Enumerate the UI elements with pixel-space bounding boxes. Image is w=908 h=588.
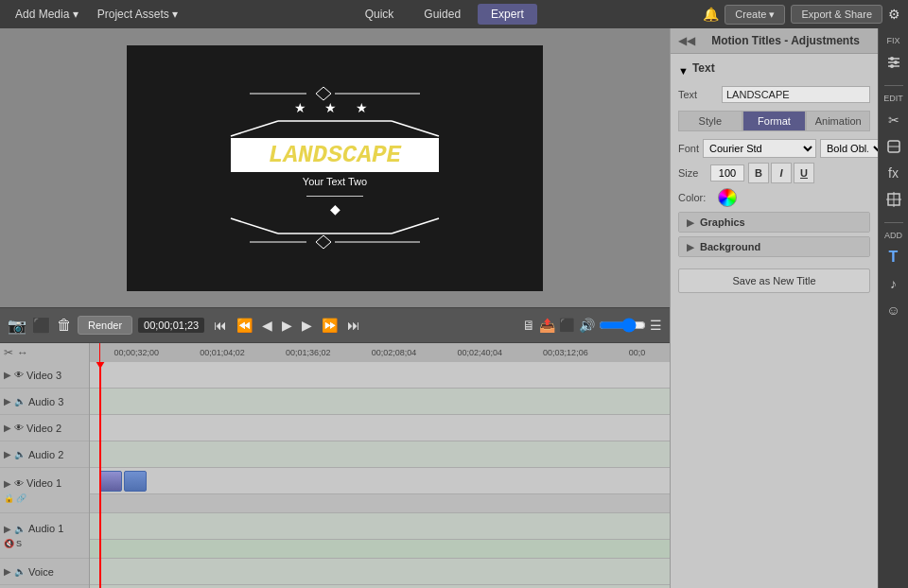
track-toggle-audio1[interactable]: ▶ <box>4 524 11 534</box>
eye-icon-video1[interactable]: 👁 <box>14 478 24 489</box>
effects-icon[interactable]: fx <box>881 160 907 186</box>
text-section: ▼ Text Text <box>678 61 870 103</box>
frame-fwd-button[interactable]: ▶ <box>298 316 316 335</box>
link-icon[interactable]: 🔗 <box>16 493 26 503</box>
skip-back-button[interactable]: ⏮ <box>210 316 231 335</box>
bell-icon[interactable]: 🔔 <box>703 7 719 22</box>
eye-icon-video3[interactable]: 👁 <box>14 370 24 380</box>
add-tools: T ♪ ☺ <box>881 244 907 323</box>
add-media-menu[interactable]: Add Media ▾ <box>8 4 86 25</box>
svg-line-8 <box>392 218 439 233</box>
background-label: Background <box>700 241 760 252</box>
mute-icon[interactable]: 🔇 <box>4 539 14 548</box>
trash-icon[interactable]: 🗑 <box>57 317 72 334</box>
title-icon[interactable]: T <box>881 244 907 270</box>
split-icon[interactable]: ⬛ <box>559 318 575 333</box>
svg-marker-10 <box>316 235 331 249</box>
track-toggle-video2[interactable]: ▶ <box>4 423 11 433</box>
track-sub-controls-audio1: 🔇 S <box>4 539 22 548</box>
video1-clip-a[interactable] <box>99 471 122 492</box>
ruler-tick-6: 00;03;12;06 <box>543 348 588 357</box>
speaker-icon-voice[interactable]: 🔈 <box>14 566 26 577</box>
track-toggle-video3[interactable]: ▶ <box>4 370 11 380</box>
underline-button[interactable]: U <box>794 163 814 183</box>
lock-icon[interactable]: 🔒 <box>4 493 14 503</box>
export-share-button[interactable]: Export & Share <box>791 5 882 24</box>
color-row: Color: <box>678 188 870 207</box>
render-button[interactable]: Render <box>78 316 132 335</box>
text-expand-icon[interactable]: ▼ <box>678 65 689 77</box>
tab-format[interactable]: Format <box>742 111 807 131</box>
timeline-icons: 🖥 📤 ⬛ 🔊 ☰ <box>522 318 662 333</box>
tab-expert[interactable]: Expert <box>478 4 537 25</box>
video1-clip-b[interactable] <box>124 471 147 492</box>
ruler-labels: 00;00;32;00 00;01;04;02 00;01;36;02 00;0… <box>90 348 670 357</box>
save-new-title-button[interactable]: Save as New Title <box>678 268 870 293</box>
track-toggle-audio2[interactable]: ▶ <box>4 449 11 459</box>
ruler-label-spacer: ✂ ↔ <box>0 343 90 362</box>
italic-button[interactable]: I <box>771 163 792 183</box>
ruler-tick-5: 00;02;40;04 <box>457 348 502 357</box>
track-toggle-audio3[interactable]: ▶ <box>4 396 11 406</box>
track-row-voice <box>90 559 670 585</box>
track-row-video3 <box>90 362 670 389</box>
playback-controls: ⏮ ⏪ ◀ ▶ ▶ ⏩ ⏭ <box>210 316 364 335</box>
color-swatch[interactable] <box>718 188 737 207</box>
upload-icon[interactable]: 📤 <box>539 318 555 333</box>
panel-collapse-button[interactable]: ◀◀ <box>678 34 695 47</box>
svg-line-5 <box>392 121 439 136</box>
settings-icon[interactable]: ⚙ <box>888 7 900 22</box>
tracks-container: ▶ 👁 Video 3 ▶ 🔈 Audio 3 ▶ 👁 Video 2 <box>0 362 670 588</box>
play-button[interactable]: ▶ <box>278 316 296 335</box>
paint-icon[interactable] <box>881 133 907 160</box>
sliders-icon[interactable] <box>881 49 907 76</box>
size-input[interactable] <box>710 164 744 182</box>
monitor-icon[interactable]: ⬛ <box>32 317 51 335</box>
main-layout: ★ ★ ★ LANDSCAPE <box>0 28 908 588</box>
font-style-select[interactable]: Bold Obl... Regular Bold Italic <box>820 139 878 158</box>
tracks-content <box>90 362 670 588</box>
step-back-button[interactable]: ⏪ <box>233 316 256 335</box>
menu-icon[interactable]: ☰ <box>650 318 662 333</box>
svg-point-17 <box>890 64 894 68</box>
volume-slider[interactable] <box>599 318 646 333</box>
frame-back-button[interactable]: ◀ <box>258 316 276 335</box>
bold-button[interactable]: B <box>748 163 769 183</box>
monitor2-icon[interactable]: 🖥 <box>522 318 535 333</box>
track-toggle-voice[interactable]: ▶ <box>4 566 11 577</box>
graphics-expand-icon: ▶ <box>687 217 694 228</box>
move-icon[interactable]: ↔ <box>17 346 28 359</box>
skip-fwd-button[interactable]: ⏭ <box>343 316 364 335</box>
speaker-icon-audio1[interactable]: 🔈 <box>14 524 26 534</box>
scissor-icon[interactable]: ✂ <box>4 346 13 359</box>
tab-quick[interactable]: Quick <box>352 4 408 25</box>
solo-icon[interactable]: S <box>16 539 22 548</box>
tab-style[interactable]: Style <box>678 111 742 131</box>
track-label-audio1: ▶ 🔈 Audio 1 🔇 S <box>0 513 89 559</box>
eye-icon-video2[interactable]: 👁 <box>14 423 24 433</box>
tab-animation[interactable]: Animation <box>806 111 870 131</box>
tab-guided[interactable]: Guided <box>410 4 474 25</box>
badge-graphic: ★ ★ ★ LANDSCAPE <box>231 79 439 256</box>
text-input-field[interactable] <box>722 86 870 103</box>
speaker-icon-audio2[interactable]: 🔈 <box>14 449 26 459</box>
fix-label: FIX <box>886 34 899 47</box>
create-button[interactable]: Create ▾ <box>725 5 785 25</box>
emoji-icon[interactable]: ☺ <box>881 297 907 323</box>
volume-icon[interactable]: 🔊 <box>579 318 595 333</box>
project-assets-menu[interactable]: Project Assets ▾ <box>90 4 185 25</box>
track-toggle-video1[interactable]: ▶ <box>4 478 11 489</box>
step-fwd-button[interactable]: ⏩ <box>318 316 341 335</box>
right-sidebar: FIX EDIT ✂ fx ADD T ♪ ☺ <box>878 28 908 588</box>
speaker-icon-audio3[interactable]: 🔈 <box>14 396 26 406</box>
crop-icon[interactable] <box>881 186 907 213</box>
track-row-audio1-sub <box>90 540 670 559</box>
scissors-icon[interactable]: ✂ <box>881 107 907 133</box>
background-header[interactable]: ▶ Background <box>679 237 869 256</box>
track-name-video3: Video 3 <box>26 370 61 381</box>
camera-icon[interactable]: 📷 <box>8 317 26 335</box>
music-note-icon[interactable]: ♪ <box>881 270 907 297</box>
track-label-video1: ▶ 👁 Video 1 🔒 🔗 <box>0 468 89 513</box>
font-select[interactable]: Courier Std Arial Times New Roman <box>703 139 816 158</box>
graphics-header[interactable]: ▶ Graphics <box>679 213 869 232</box>
